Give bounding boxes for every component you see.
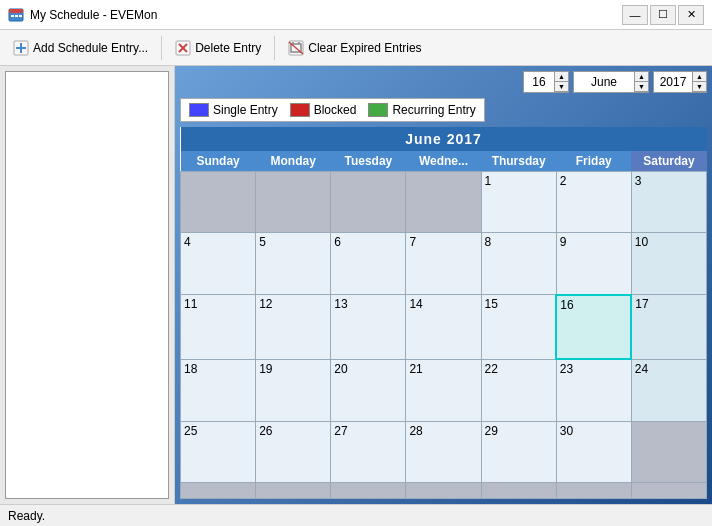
calendar-day[interactable]: 8 [481,232,556,295]
calendar-month-title: June 2017 [181,127,707,151]
day-number: 7 [409,235,416,249]
calendar-day[interactable]: 12 [256,295,331,359]
calendar-day[interactable]: 13 [331,295,406,359]
window-controls: — ☐ ✕ [622,5,704,25]
calendar-day[interactable] [331,172,406,233]
day-number: 10 [635,235,648,249]
svg-rect-7 [16,47,26,49]
title-bar: My Schedule - EVEMon — ☐ ✕ [0,0,712,30]
year-spinbox[interactable]: ▲ ▼ [653,71,707,93]
calendar-day[interactable]: 6 [331,232,406,295]
header-monday: Monday [256,151,331,172]
day-number: 24 [635,362,648,376]
header-saturday: Saturday [631,151,706,172]
svg-rect-4 [19,15,22,17]
calendar-day[interactable]: 19 [256,359,331,422]
calendar-day-headers: Sunday Monday Tuesday Wedne... Thursday … [181,151,707,172]
calendar-day[interactable] [481,482,556,498]
minimize-button[interactable]: — [622,5,648,25]
calendar-day[interactable] [181,172,256,233]
calendar-day[interactable]: 1 [481,172,556,233]
calendar-day[interactable] [556,482,631,498]
blocked-color [290,103,310,117]
calendar-day[interactable]: 17 [631,295,706,359]
calendar-week-5 [181,482,707,498]
delete-icon [175,40,191,56]
calendar-day[interactable]: 22 [481,359,556,422]
month-down-arrow[interactable]: ▼ [634,82,648,92]
day-number: 27 [334,424,347,438]
calendar-day[interactable]: 30 [556,422,631,483]
day-number: 25 [184,424,197,438]
calendar-day[interactable]: 10 [631,232,706,295]
calendar-day[interactable]: 11 [181,295,256,359]
calendar: June 2017 Sunday Monday Tuesday Wedne...… [180,127,707,499]
blocked-legend: Blocked [290,103,357,117]
calendar-week-4: 252627282930 [181,422,707,483]
main-content: ▲ ▼ ▲ ▼ ▲ ▼ [0,66,712,504]
calendar-day[interactable]: 24 [631,359,706,422]
month-input[interactable] [574,72,634,92]
calendar-day[interactable] [406,482,481,498]
calendar-day[interactable]: 2 [556,172,631,233]
day-number: 15 [485,297,498,311]
delete-entry-button[interactable]: Delete Entry [166,34,270,62]
schedule-list[interactable] [5,71,169,499]
calendar-day[interactable] [631,422,706,483]
calendar-day[interactable] [406,172,481,233]
year-down-arrow[interactable]: ▼ [692,82,706,92]
close-button[interactable]: ✕ [678,5,704,25]
add-schedule-button[interactable]: Add Schedule Entry... [4,34,157,62]
day-down-arrow[interactable]: ▼ [554,82,568,92]
year-up-arrow[interactable]: ▲ [692,72,706,82]
day-up-arrow[interactable]: ▲ [554,72,568,82]
calendar-day[interactable]: 4 [181,232,256,295]
day-number: 22 [485,362,498,376]
calendar-day[interactable]: 9 [556,232,631,295]
day-spinbox[interactable]: ▲ ▼ [523,71,569,93]
single-entry-legend: Single Entry [189,103,278,117]
day-number: 8 [485,235,492,249]
calendar-day[interactable]: 25 [181,422,256,483]
single-entry-label: Single Entry [213,103,278,117]
calendar-day[interactable]: 18 [181,359,256,422]
year-input[interactable] [654,72,692,92]
year-arrows: ▲ ▼ [692,72,706,92]
calendar-day[interactable]: 21 [406,359,481,422]
clear-entries-button[interactable]: Clear Expired Entries [279,34,430,62]
day-number: 3 [635,174,642,188]
calendar-day[interactable] [181,482,256,498]
calendar-day[interactable]: 29 [481,422,556,483]
calendar-day[interactable] [256,482,331,498]
status-text: Ready. [8,509,45,523]
svg-rect-1 [9,9,23,13]
svg-rect-2 [11,15,14,17]
month-up-arrow[interactable]: ▲ [634,72,648,82]
calendar-day[interactable] [256,172,331,233]
calendar-day[interactable]: 23 [556,359,631,422]
calendar-day[interactable]: 26 [256,422,331,483]
day-number: 30 [560,424,573,438]
calendar-day[interactable]: 20 [331,359,406,422]
calendar-day[interactable]: 15 [481,295,556,359]
calendar-day[interactable] [631,482,706,498]
calendar-day[interactable]: 7 [406,232,481,295]
calendar-day[interactable]: 27 [331,422,406,483]
calendar-day[interactable] [331,482,406,498]
calendar-day[interactable]: 3 [631,172,706,233]
calendar-day[interactable]: 14 [406,295,481,359]
single-entry-color [189,103,209,117]
month-spinbox[interactable]: ▲ ▼ [573,71,649,93]
calendar-day[interactable]: 28 [406,422,481,483]
day-input[interactable] [524,72,554,92]
clear-icon [288,40,304,56]
day-number: 17 [635,297,648,311]
day-number: 2 [560,174,567,188]
header-friday: Friday [556,151,631,172]
day-number: 20 [334,362,347,376]
add-icon [13,40,29,56]
day-arrows: ▲ ▼ [554,72,568,92]
maximize-button[interactable]: ☐ [650,5,676,25]
calendar-day[interactable]: 16 [556,295,631,359]
calendar-day[interactable]: 5 [256,232,331,295]
